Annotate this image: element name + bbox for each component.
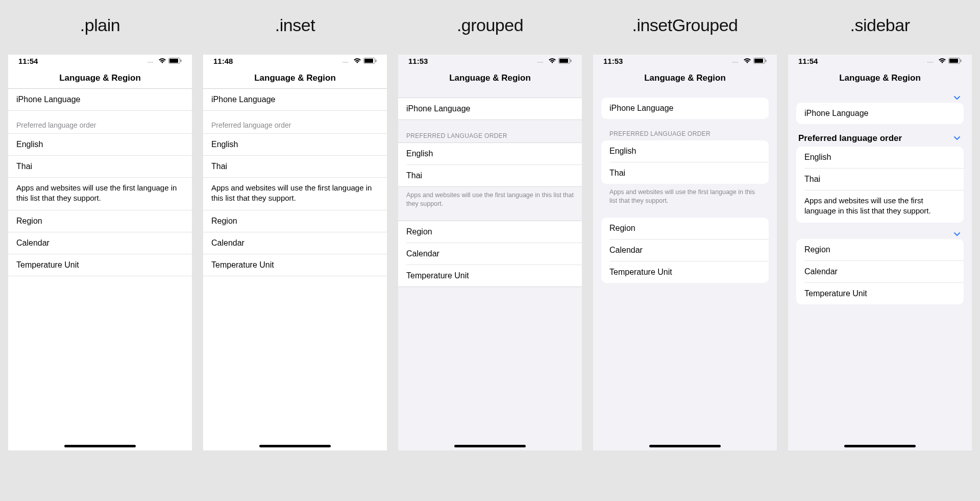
battery-icon [558,58,572,64]
section-footer: Apps and websites will use the first lan… [601,184,769,205]
group-1: iPhone Language [398,98,582,120]
status-time: 11:54 [18,57,38,65]
home-indicator [454,445,526,447]
home-indicator [64,445,136,447]
group-2: English Thai [601,140,769,184]
section-header-preferred: PREFERRED LANGUAGE ORDER [601,119,769,140]
svg-rect-33 [949,59,958,63]
row-region[interactable]: Region [796,239,964,260]
nav-title: Language & Region [8,67,192,89]
svg-point-9 [346,62,347,63]
svg-point-8 [344,62,345,63]
section-footer: Apps and websites will use the first lan… [398,187,582,208]
cellular-icon [927,58,936,63]
svg-rect-12 [364,59,373,63]
svg-point-0 [148,62,149,63]
chevron-down-icon[interactable] [953,232,961,237]
section-footer: Apps and websites will use the first lan… [8,178,192,210]
cellular-icon [147,58,156,63]
row-english[interactable]: English [398,143,582,164]
row-temperature[interactable]: Temperature Unit [203,254,387,276]
status-time: 11:53 [408,57,428,65]
style-label-sidebar: .sidebar [850,15,910,35]
svg-point-30 [930,62,932,63]
wifi-icon [158,58,166,64]
style-label-inset: .inset [275,15,315,35]
row-english[interactable]: English [601,140,769,162]
svg-point-10 [347,62,348,63]
chevron-down-icon[interactable] [953,96,961,101]
status-icons [537,58,572,64]
status-icons [927,58,962,64]
row-english[interactable]: English [8,134,192,156]
status-bar: 11:53 [398,55,582,67]
section-header-preferred: Preferred language order [8,111,192,134]
svg-rect-26 [754,59,763,63]
row-temperature[interactable]: Temperature Unit [609,261,769,283]
wifi-icon [548,58,556,64]
status-time: 11:54 [798,57,818,65]
svg-point-7 [342,62,344,63]
style-label-grouped: .grouped [457,15,523,35]
style-label-plain: .plain [80,15,120,35]
row-region[interactable]: Region [601,218,769,239]
group-3: Region Calendar Temperature Unit [796,239,964,304]
row-iphone-language[interactable]: iPhone Language [203,89,387,111]
row-thai[interactable]: Thai [804,168,964,190]
row-iphone-language[interactable]: iPhone Language [601,98,769,119]
phone-sidebar: 11:54 Language & Region iPhone Language … [788,55,972,450]
section-footer: Apps and websites will use the first lan… [804,190,964,223]
row-thai[interactable]: Thai [8,156,192,178]
phone-inset: 11:48 Language & Region iPhone Language … [203,55,387,450]
row-iphone-language[interactable]: iPhone Language [796,103,964,124]
row-temperature[interactable]: Temperature Unit [8,254,192,276]
svg-rect-13 [376,60,377,62]
row-calendar[interactable]: Calendar [609,239,769,261]
row-english[interactable]: English [203,134,387,156]
cellular-icon [732,58,741,63]
svg-point-31 [932,62,933,63]
svg-rect-34 [961,60,962,62]
row-thai[interactable]: Thai [609,162,769,184]
row-iphone-language[interactable]: iPhone Language [398,98,582,120]
svg-point-29 [929,62,930,63]
status-bar: 11:53 [593,55,777,67]
svg-point-2 [151,62,152,63]
svg-point-15 [539,62,540,63]
svg-point-17 [542,62,543,63]
chevron-down-icon[interactable] [953,136,961,141]
row-calendar[interactable]: Calendar [406,243,582,265]
nav-title: Language & Region [203,67,387,89]
section-header-preferred: PREFERRED LANGUAGE ORDER [398,120,582,142]
row-english[interactable]: English [796,147,964,168]
row-calendar[interactable]: Calendar [8,232,192,254]
row-thai[interactable]: Thai [406,164,582,186]
status-time: 11:53 [603,57,623,65]
svg-point-16 [541,62,542,63]
row-temperature[interactable]: Temperature Unit [406,265,582,287]
row-calendar[interactable]: Calendar [203,232,387,254]
home-indicator [649,445,721,447]
status-bar: 11:54 [8,55,192,67]
row-region[interactable]: Region [203,210,387,232]
svg-rect-5 [169,59,178,63]
column-inset-grouped: .insetGrouped 11:53 Language & Region iP… [593,15,777,450]
svg-rect-20 [571,60,572,62]
row-region[interactable]: Region [398,221,582,243]
group-2: English Thai Apps and websites will use … [796,147,964,223]
status-time: 11:48 [213,57,233,65]
svg-point-22 [734,62,735,63]
row-temperature[interactable]: Temperature Unit [804,282,964,304]
row-iphone-language[interactable]: iPhone Language [8,89,192,111]
svg-point-24 [737,62,738,63]
status-icons [342,58,377,64]
row-calendar[interactable]: Calendar [804,260,964,282]
wifi-icon [938,58,946,64]
svg-rect-19 [559,59,568,63]
row-thai[interactable]: Thai [203,156,387,178]
section-footer: Apps and websites will use the first lan… [203,178,387,210]
home-indicator [844,445,916,447]
row-region[interactable]: Region [8,210,192,232]
battery-icon [753,58,767,64]
cellular-icon [537,58,546,63]
